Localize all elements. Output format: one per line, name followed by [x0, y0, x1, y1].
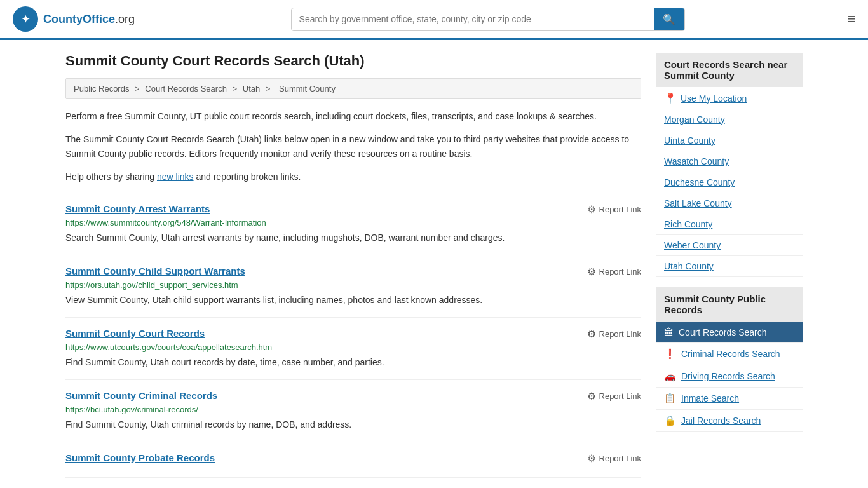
report-icon-3: ⚙	[587, 390, 596, 402]
public-records-header: Summit County Public Records	[656, 287, 803, 322]
report-link-4[interactable]: ⚙ Report Link	[587, 452, 641, 464]
breadcrumb-utah[interactable]: Utah	[243, 84, 260, 93]
sidebar-item-weber[interactable]: Weber County	[656, 235, 803, 256]
location-icon: 📍	[664, 92, 677, 104]
court-icon: 🏛	[664, 327, 674, 337]
report-icon-2: ⚙	[587, 328, 596, 340]
jail-icon: 🔒	[664, 415, 676, 426]
sidebar-item-rich[interactable]: Rich County	[656, 214, 803, 235]
breadcrumb: Public Records > Court Records Search > …	[65, 78, 641, 99]
record-header-3: Summit County Criminal Records ⚙ Report …	[65, 390, 641, 402]
search-bar: 🔍	[291, 8, 685, 31]
record-header-0: Summit County Arrest Warrants ⚙ Report L…	[65, 203, 641, 215]
sidebar-item-salt-lake[interactable]: Salt Lake County	[656, 193, 803, 214]
nearby-counties-box: Court Records Search near Summit County …	[656, 53, 803, 277]
main-content: Summit County Court Records Search (Utah…	[65, 53, 641, 478]
record-url-3[interactable]: https://bci.utah.gov/criminal-records/	[65, 405, 641, 414]
menu-icon[interactable]: ≡	[847, 11, 855, 27]
criminal-icon: ❗	[664, 348, 676, 360]
report-link-3[interactable]: ⚙ Report Link	[587, 390, 641, 402]
sidebar-item-criminal-records[interactable]: ❗ Criminal Records Search	[656, 343, 803, 365]
record-url-2[interactable]: https://www.utcourts.gov/courts/coa/appe…	[65, 342, 641, 352]
sidebar-item-duchesne[interactable]: Duchesne County	[656, 172, 803, 193]
record-header-4: Summit County Probate Records ⚙ Report L…	[65, 452, 641, 464]
site-header: ✦ CountyOffice.org 🔍 ≡	[0, 0, 868, 40]
driving-icon: 🚗	[664, 370, 676, 382]
record-title-4[interactable]: Summit County Probate Records	[65, 452, 215, 463]
inmate-icon: 📋	[664, 393, 676, 404]
description-1: Perform a free Summit County, UT public …	[65, 109, 641, 123]
record-item-2: Summit County Court Records ⚙ Report Lin…	[65, 318, 641, 380]
use-location[interactable]: 📍 Use My Location	[656, 87, 803, 109]
new-links-link[interactable]: new links	[157, 172, 194, 182]
record-desc-3: Find Summit County, Utah criminal record…	[65, 418, 641, 431]
record-url-0[interactable]: https://www.summitcounty.org/548/Warrant…	[65, 218, 641, 227]
search-button[interactable]: 🔍	[654, 8, 684, 30]
record-title-1[interactable]: Summit County Child Support Warrants	[65, 266, 245, 276]
logo-icon: ✦	[13, 6, 38, 32]
report-link-1[interactable]: ⚙ Report Link	[587, 266, 641, 278]
record-desc-1: View Summit County, Utah child support w…	[65, 294, 641, 307]
sidebar-item-utah[interactable]: Utah County	[656, 256, 803, 277]
record-url-1[interactable]: https://ors.utah.gov/child_support_servi…	[65, 280, 641, 290]
description-2: The Summit County Court Records Search (…	[65, 132, 641, 161]
record-desc-0: Search Summit County, Utah arrest warran…	[65, 231, 641, 245]
breadcrumb-court-records[interactable]: Court Records Search	[145, 84, 227, 93]
record-title-2[interactable]: Summit County Court Records	[65, 328, 205, 339]
nearby-header: Court Records Search near Summit County	[656, 53, 803, 87]
sidebar-item-morgan[interactable]: Morgan County	[656, 109, 803, 130]
record-header-1: Summit County Child Support Warrants ⚙ R…	[65, 266, 641, 278]
breadcrumb-public-records[interactable]: Public Records	[74, 84, 129, 93]
sidebar-item-uinta[interactable]: Uinta County	[656, 130, 803, 151]
record-item-0: Summit County Arrest Warrants ⚙ Report L…	[65, 193, 641, 255]
record-item-1: Summit County Child Support Warrants ⚙ R…	[65, 255, 641, 318]
record-desc-2: Find Summit County, Utah court records b…	[65, 356, 641, 369]
record-item-4: Summit County Probate Records ⚙ Report L…	[65, 442, 641, 478]
description-3: Help others by sharing new links and rep…	[65, 170, 641, 184]
sidebar-item-court-records[interactable]: 🏛 Court Records Search	[656, 322, 803, 343]
public-records-box: Summit County Public Records 🏛 Court Rec…	[656, 287, 803, 432]
report-link-2[interactable]: ⚙ Report Link	[587, 328, 641, 340]
sidebar-item-driving-records[interactable]: 🚗 Driving Records Search	[656, 365, 803, 388]
record-title-0[interactable]: Summit County Arrest Warrants	[65, 203, 210, 214]
logo-text: CountyOffice.org	[43, 13, 135, 26]
record-title-3[interactable]: Summit County Criminal Records	[65, 390, 217, 401]
sidebar: Court Records Search near Summit County …	[656, 53, 803, 478]
sidebar-item-wasatch[interactable]: Wasatch County	[656, 151, 803, 172]
page-container: Summit County Court Records Search (Utah…	[53, 40, 815, 488]
page-title: Summit County Court Records Search (Utah…	[65, 53, 641, 69]
report-link-0[interactable]: ⚙ Report Link	[587, 203, 641, 215]
sidebar-item-jail-records[interactable]: 🔒 Jail Records Search	[656, 410, 803, 432]
search-input[interactable]	[292, 9, 654, 29]
sidebar-item-inmate-search[interactable]: 📋 Inmate Search	[656, 388, 803, 410]
report-icon-1: ⚙	[587, 266, 596, 278]
record-item-3: Summit County Criminal Records ⚙ Report …	[65, 380, 641, 442]
report-icon-4: ⚙	[587, 452, 596, 464]
report-icon-0: ⚙	[587, 203, 596, 215]
record-header-2: Summit County Court Records ⚙ Report Lin…	[65, 328, 641, 340]
use-location-link[interactable]: Use My Location	[681, 93, 747, 104]
breadcrumb-summit-county: Summit County	[279, 84, 336, 93]
logo[interactable]: ✦ CountyOffice.org	[13, 6, 135, 32]
